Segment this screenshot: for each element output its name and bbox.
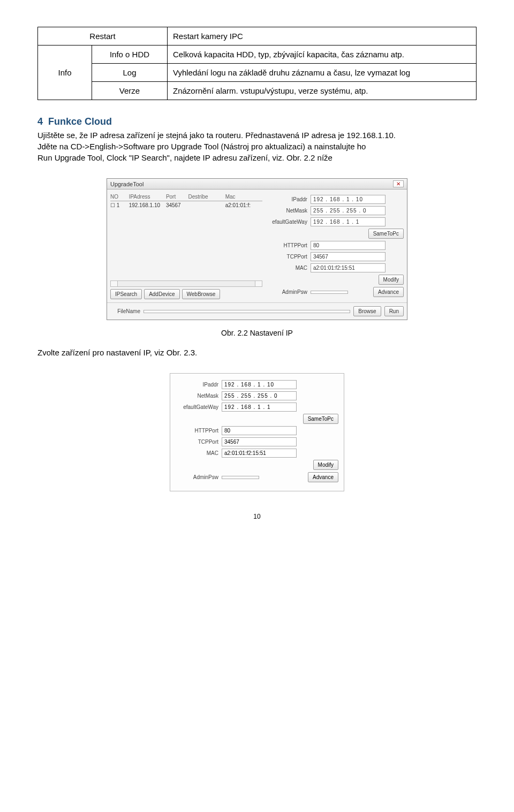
mac-input[interactable]: a2:01:01:f2:15:51 (311, 263, 386, 272)
gateway-input-2[interactable]: 192 . 168 . 1 . 1 (222, 403, 297, 412)
httpport-input[interactable]: 80 (311, 241, 386, 250)
device-table-header: NO IPAdress Port Destribe Mac (110, 193, 262, 201)
row-no: 1 (117, 202, 120, 208)
section-title: Funkce Cloud (48, 116, 112, 127)
run-button[interactable]: Run (384, 306, 404, 316)
adminpsw-label-2: AdminPsw (172, 474, 218, 480)
row-desc (188, 202, 225, 208)
col-no: NO (110, 194, 129, 200)
hdd-desc: Celková kapacita HDD, typ, zbývající kap… (168, 45, 477, 64)
netmask-input[interactable]: 255 . 255 . 255 . 0 (311, 206, 386, 215)
gateway-input[interactable]: 192 . 168 . 1 . 1 (311, 217, 386, 226)
ipaddr-label: IPaddr (266, 196, 307, 202)
device-row[interactable]: ☐ 1 192.168.1.10 34567 a2:01:01:f: (110, 201, 262, 209)
filename-label: FileName (110, 308, 140, 314)
httpport-label-2: HTTPPort (172, 428, 218, 434)
tcpport-label: TCPPort (266, 254, 307, 260)
window-title: UpgradeTool (110, 181, 143, 187)
httpport-label: HTTPPort (266, 242, 307, 248)
sametopc-button-2[interactable]: SameToPc (303, 414, 338, 424)
gateway-label-2: efaultGateWay (172, 404, 218, 410)
row-ip: 192.168.1.10 (129, 202, 166, 208)
verze-label: Verze (92, 82, 168, 100)
mac-label: MAC (266, 265, 307, 271)
netmask-label: NetMask (266, 208, 307, 214)
adminpsw-input[interactable] (311, 291, 348, 294)
tcpport-label-2: TCPPort (172, 439, 218, 445)
filename-input[interactable] (143, 310, 350, 313)
ip-settings-panel: IPaddr 192 . 168 . 1 . 10 NetMask 255 . … (170, 373, 344, 491)
row-mac: a2:01:01:f: (225, 202, 262, 208)
httpport-input-2[interactable]: 80 (222, 426, 297, 435)
adddevice-button[interactable]: AddDevice (144, 289, 179, 299)
section-number: 4 (37, 116, 43, 127)
netmask-label-2: NetMask (172, 393, 218, 399)
info-group: Info (38, 45, 92, 100)
adminpsw-input-2[interactable] (222, 476, 259, 479)
restart-desc: Restart kamery IPC (168, 27, 477, 45)
restart-label: Restart (38, 27, 168, 45)
ipsearch-button[interactable]: IPSearch (110, 289, 142, 299)
horizontal-scrollbar[interactable] (110, 280, 262, 287)
log-desc: Vyhledání logu na základě druhu záznamu … (168, 64, 477, 82)
advance-button[interactable]: Advance (373, 287, 404, 297)
col-ip: IPAdress (129, 194, 166, 200)
col-desc: Destribe (188, 194, 225, 200)
page-number: 10 (37, 513, 477, 520)
netmask-input-2[interactable]: 255 . 255 . 255 . 0 (222, 391, 297, 400)
verze-desc: Znázornění alarm. vstupu/výstupu, verze … (168, 82, 477, 100)
gateway-label: efaultGateWay (266, 219, 307, 225)
log-label: Log (92, 64, 168, 82)
browse-button[interactable]: Browse (353, 306, 381, 316)
advance-button-2[interactable]: Advance (308, 472, 338, 482)
modify-button[interactable]: Modify (379, 275, 404, 285)
ipaddr-input[interactable]: 192 . 168 . 1 . 10 (311, 195, 386, 204)
info-table: Restart Restart kamery IPC Info Info o H… (37, 27, 477, 100)
row-port: 34567 (166, 202, 188, 208)
para-2: Jděte na CD->English->Software pro Upgra… (37, 142, 477, 151)
tcpport-input-2[interactable]: 34567 (222, 437, 297, 446)
modify-button-2[interactable]: Modify (313, 460, 338, 470)
close-icon[interactable]: ✕ (393, 180, 404, 187)
para-1: Ujištěte se, že IP adresa zařízení je st… (37, 131, 477, 140)
ipaddr-input-2[interactable]: 192 . 168 . 1 . 10 (222, 380, 297, 389)
ipaddr-label-2: IPaddr (172, 382, 218, 388)
sametopc-button[interactable]: SameToPc (368, 229, 404, 239)
col-port: Port (166, 194, 188, 200)
figure-caption-1: Obr. 2.2 Nastavení IP (37, 329, 477, 337)
webbrowse-button[interactable]: WebBrowse (182, 289, 221, 299)
upgrade-tool-window: UpgradeTool ✕ NO IPAdress Port Destribe … (107, 178, 407, 320)
para-4: Zvolte zařízení pro nastavení IP, viz Ob… (37, 348, 477, 357)
hdd-label: Info o HDD (92, 45, 168, 64)
adminpsw-label: AdminPsw (266, 289, 307, 295)
section-heading: 4Funkce Cloud (37, 116, 477, 127)
tcpport-input[interactable]: 34567 (311, 252, 386, 261)
col-mac: Mac (225, 194, 262, 200)
para-3: Run Upgrade Tool, Clock "IP Search", naj… (37, 153, 477, 162)
mac-label-2: MAC (172, 450, 218, 456)
mac-input-2[interactable]: a2:01:01:f2:15:51 (222, 449, 297, 458)
